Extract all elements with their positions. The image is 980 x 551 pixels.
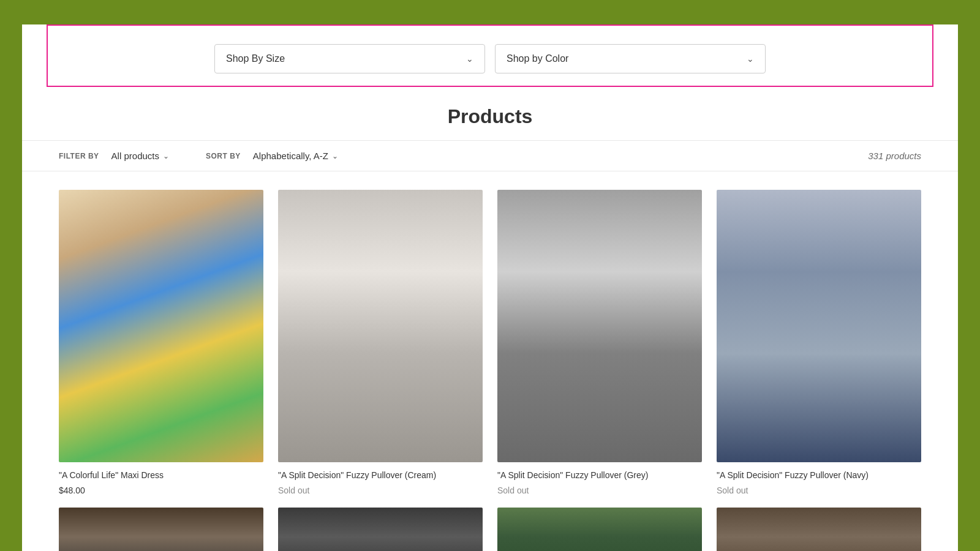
filter-by-dropdown[interactable]: All products ⌄ xyxy=(111,151,169,161)
product-count: 331 products xyxy=(868,151,921,161)
sort-filter-row: FILTER BY All products ⌄ SORT BY Alphabe… xyxy=(22,140,958,171)
product-sold-out-4: Sold out xyxy=(717,485,921,495)
product-image-bottom-3 xyxy=(497,508,702,551)
product-image-3 xyxy=(497,190,702,462)
page-title: Products xyxy=(22,87,958,140)
product-image-2 xyxy=(278,190,483,462)
main-container: Shop By Size ⌄ Shop by Color ⌄ Products … xyxy=(22,24,958,551)
shop-by-color-label: Shop by Color xyxy=(507,53,568,64)
shop-by-size-chevron-icon: ⌄ xyxy=(466,54,473,64)
sort-by-label: SORT BY xyxy=(206,152,241,160)
product-image-bottom-2 xyxy=(278,508,483,551)
filter-by-value: All products xyxy=(111,151,159,161)
shop-by-size-label: Shop By Size xyxy=(226,53,285,64)
product-card-4[interactable]: "A Split Decision" Fuzzy Pullover (Navy)… xyxy=(717,190,921,495)
product-name-3: "A Split Decision" Fuzzy Pullover (Grey) xyxy=(497,470,702,482)
filter-by-chevron-icon: ⌄ xyxy=(163,152,169,160)
sort-by-dropdown[interactable]: Alphabetically, A-Z ⌄ xyxy=(253,151,338,161)
sort-by-chevron-icon: ⌄ xyxy=(332,152,338,160)
product-card-bottom-4[interactable] xyxy=(717,508,921,551)
product-price-1: $48.00 xyxy=(59,485,263,495)
product-image-1 xyxy=(59,190,263,462)
product-card-bottom-3[interactable] xyxy=(497,508,702,551)
product-card-1[interactable]: "A Colorful Life" Maxi Dress $48.00 xyxy=(59,190,263,495)
sort-by-value: Alphabetically, A-Z xyxy=(253,151,328,161)
filter-dropdowns: Shop By Size ⌄ Shop by Color ⌄ xyxy=(214,44,766,73)
product-image-bottom-1 xyxy=(59,508,263,551)
product-card-bottom-2[interactable] xyxy=(278,508,483,551)
product-card-2[interactable]: "A Split Decision" Fuzzy Pullover (Cream… xyxy=(278,190,483,495)
product-name-2: "A Split Decision" Fuzzy Pullover (Cream… xyxy=(278,470,483,482)
product-image-4 xyxy=(717,190,921,462)
products-grid: "A Colorful Life" Maxi Dress $48.00 "A S… xyxy=(22,171,958,514)
shop-by-color-dropdown[interactable]: Shop by Color ⌄ xyxy=(495,44,766,73)
product-sold-out-3: Sold out xyxy=(497,485,702,495)
product-image-bottom-4 xyxy=(717,508,921,551)
shop-by-color-chevron-icon: ⌄ xyxy=(747,54,754,64)
filter-by-label: FILTER BY xyxy=(59,152,99,160)
product-sold-out-2: Sold out xyxy=(278,485,483,495)
product-name-4: "A Split Decision" Fuzzy Pullover (Navy) xyxy=(717,470,921,482)
filter-bar-wrapper: Shop By Size ⌄ Shop by Color ⌄ xyxy=(47,24,933,87)
product-card-bottom-1[interactable] xyxy=(59,508,263,551)
products-grid-bottom xyxy=(22,508,958,551)
shop-by-size-dropdown[interactable]: Shop By Size ⌄ xyxy=(214,44,485,73)
product-name-1: "A Colorful Life" Maxi Dress xyxy=(59,470,263,482)
product-card-3[interactable]: "A Split Decision" Fuzzy Pullover (Grey)… xyxy=(497,190,702,495)
